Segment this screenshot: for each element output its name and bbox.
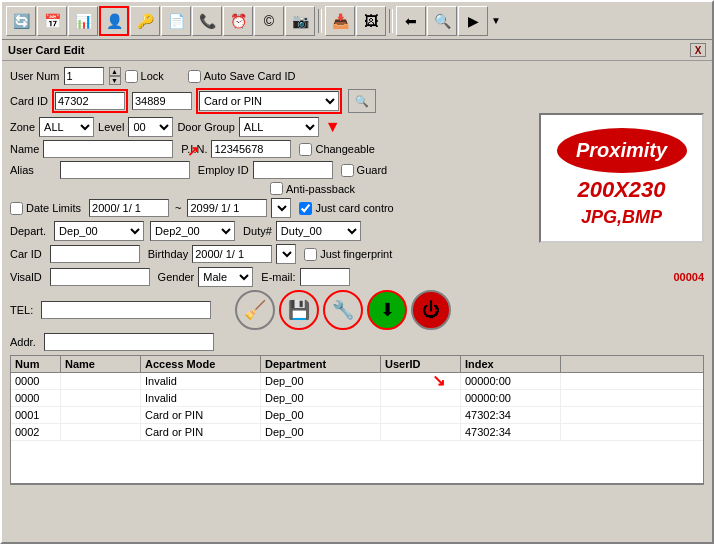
addr-input[interactable] bbox=[44, 333, 214, 351]
visa-id-input[interactable] bbox=[50, 268, 150, 286]
guard-label: Guard bbox=[357, 164, 388, 176]
cell-userid-2 bbox=[381, 407, 461, 423]
num-badge: 00004 bbox=[673, 271, 704, 283]
cell-name-1 bbox=[61, 390, 141, 406]
email-input[interactable] bbox=[300, 268, 350, 286]
row-cardid: Card ID Card or PIN Card Only PIN Only 🔍 bbox=[10, 88, 704, 114]
broom-button[interactable]: 🧹 bbox=[235, 290, 275, 330]
spin-down[interactable]: ▼ bbox=[109, 76, 121, 85]
user-num-input[interactable]: 1 bbox=[64, 67, 104, 85]
col-department: Department bbox=[261, 356, 381, 372]
toolbar-btn-c[interactable]: © bbox=[254, 6, 284, 36]
cell-userid-1 bbox=[381, 390, 461, 406]
toolbar-btn-back[interactable]: ⬅ bbox=[396, 6, 426, 36]
just-card-checkbox-container: Just card contro bbox=[299, 202, 393, 215]
toolbar-btn-download[interactable]: 📥 bbox=[325, 6, 355, 36]
just-card-checkbox[interactable] bbox=[299, 202, 312, 215]
gender-select[interactable]: Male Female bbox=[198, 267, 253, 287]
wrench-button[interactable]: 🔧 bbox=[323, 290, 363, 330]
toolbar-btn-image[interactable]: 🖼 bbox=[356, 6, 386, 36]
date-start-input[interactable] bbox=[89, 199, 169, 217]
tel-input[interactable] bbox=[41, 301, 211, 319]
col-index: Index bbox=[461, 356, 561, 372]
auto-save-checkbox[interactable] bbox=[188, 70, 201, 83]
main-window: 🔄 📅 📊 👤 🔑 📄 📞 ⏰ © 📷 📥 🖼 ⬅ 🔍 ▶ ▼ User Car… bbox=[0, 0, 714, 544]
search-button[interactable]: 🔍 bbox=[348, 89, 376, 113]
just-fingerprint-checkbox[interactable] bbox=[304, 248, 317, 261]
toolbar-btn-user[interactable]: 👤 bbox=[99, 6, 129, 36]
cell-index-3: 47302:34 bbox=[461, 424, 561, 440]
changeable-label: Changeable bbox=[315, 143, 374, 155]
card-id-input2[interactable] bbox=[132, 92, 192, 110]
auto-save-checkbox-container: Auto Save Card ID bbox=[188, 70, 296, 83]
toolbar-btn-forward[interactable]: ▶ bbox=[458, 6, 488, 36]
employ-id-input[interactable] bbox=[253, 161, 333, 179]
power-button[interactable]: ⏻ bbox=[411, 290, 451, 330]
toolbar: 🔄 📅 📊 👤 🔑 📄 📞 ⏰ © 📷 📥 🖼 ⬅ 🔍 ▶ ▼ bbox=[2, 2, 712, 40]
lock-checkbox[interactable] bbox=[125, 70, 138, 83]
title-bar: User Card Edit X bbox=[2, 40, 712, 61]
row-carid: Car ID Birthday Just fingerprint bbox=[10, 244, 704, 264]
user-num-label: User Num bbox=[10, 70, 60, 82]
card-id-input1[interactable] bbox=[55, 92, 125, 110]
horizontal-scrollbar[interactable]: ◀ ▶ bbox=[11, 483, 703, 485]
user-num-spinner[interactable]: ▲ ▼ bbox=[109, 67, 121, 85]
pin-input[interactable] bbox=[211, 140, 291, 158]
table-body: 0000 Invalid Dep_00 00000:00 0000 Invali… bbox=[11, 373, 703, 483]
col-access-mode: Access Mode bbox=[141, 356, 261, 372]
zone-select[interactable]: ALL bbox=[39, 117, 94, 137]
lock-label: Lock bbox=[141, 70, 164, 82]
dep2-select[interactable]: Dep2_00 bbox=[150, 221, 235, 241]
guard-checkbox[interactable] bbox=[341, 164, 354, 177]
download-button[interactable]: ⬇ bbox=[367, 290, 407, 330]
toolbar-btn-refresh[interactable]: 🔄 bbox=[6, 6, 36, 36]
date-end-select[interactable] bbox=[271, 198, 291, 218]
birthday-input[interactable] bbox=[192, 245, 272, 263]
depart-select[interactable]: Dep_00 bbox=[54, 221, 144, 241]
cell-name-0 bbox=[61, 373, 141, 389]
table-row[interactable]: 0000 Invalid Dep_00 00000:00 bbox=[11, 390, 703, 407]
table-row[interactable]: 0002 Card or PIN Dep_00 47302:34 bbox=[11, 424, 703, 441]
car-id-input[interactable] bbox=[50, 245, 140, 263]
spin-up[interactable]: ▲ bbox=[109, 67, 121, 76]
toolbar-btn-chart[interactable]: 📊 bbox=[68, 6, 98, 36]
proximity-size-text: 200X230 bbox=[577, 177, 665, 203]
toolbar-btn-search[interactable]: 🔍 bbox=[427, 6, 457, 36]
cell-access-2: Card or PIN bbox=[141, 407, 261, 423]
cell-access-0: Invalid bbox=[141, 373, 261, 389]
proximity-format-text: JPG,BMP bbox=[581, 207, 662, 228]
toolbar-btn-doc[interactable]: 📄 bbox=[161, 6, 191, 36]
toolbar-btn-phone[interactable]: 📞 bbox=[192, 6, 222, 36]
save-button[interactable]: 💾 bbox=[279, 290, 319, 330]
date-limits-label: Date Limits bbox=[26, 202, 81, 214]
table-row[interactable]: 0001 Card or PIN Dep_00 47302:34 bbox=[11, 407, 703, 424]
cell-index-1: 00000:00 bbox=[461, 390, 561, 406]
toolbar-btn-clock[interactable]: ⏰ bbox=[223, 6, 253, 36]
name-label: Name bbox=[10, 143, 39, 155]
proximity-oval-text: Proximity bbox=[576, 139, 667, 162]
down-arrow-indicator: ▼ bbox=[325, 118, 341, 136]
date-limits-checkbox[interactable] bbox=[10, 202, 23, 215]
door-group-label: Door Group bbox=[177, 121, 234, 133]
anti-passback-checkbox[interactable] bbox=[270, 182, 283, 195]
cell-num-3: 0002 bbox=[11, 424, 61, 440]
birthday-select[interactable] bbox=[276, 244, 296, 264]
date-end-input[interactable] bbox=[187, 199, 267, 217]
cell-userid-3 bbox=[381, 424, 461, 440]
name-input[interactable] bbox=[43, 140, 173, 158]
cell-dept-1: Dep_00 bbox=[261, 390, 381, 406]
door-group-select[interactable]: ALL bbox=[239, 117, 319, 137]
changeable-checkbox[interactable] bbox=[299, 143, 312, 156]
card-or-pin-select[interactable]: Card or PIN Card Only PIN Only bbox=[199, 91, 339, 111]
toolbar-arrow[interactable]: ▼ bbox=[491, 15, 501, 26]
toolbar-btn-camera[interactable]: 📷 bbox=[285, 6, 315, 36]
duty-select[interactable]: Duty_00 bbox=[276, 221, 361, 241]
toolbar-btn-key[interactable]: 🔑 bbox=[130, 6, 160, 36]
date-limits-checkbox-container: Date Limits bbox=[10, 202, 81, 215]
just-fingerprint-label: Just fingerprint bbox=[320, 248, 392, 260]
alias-input[interactable] bbox=[60, 161, 190, 179]
table-row[interactable]: 0000 Invalid Dep_00 00000:00 bbox=[11, 373, 703, 390]
close-button[interactable]: X bbox=[690, 43, 706, 57]
toolbar-btn-calendar[interactable]: 📅 bbox=[37, 6, 67, 36]
level-select[interactable]: 00 bbox=[128, 117, 173, 137]
